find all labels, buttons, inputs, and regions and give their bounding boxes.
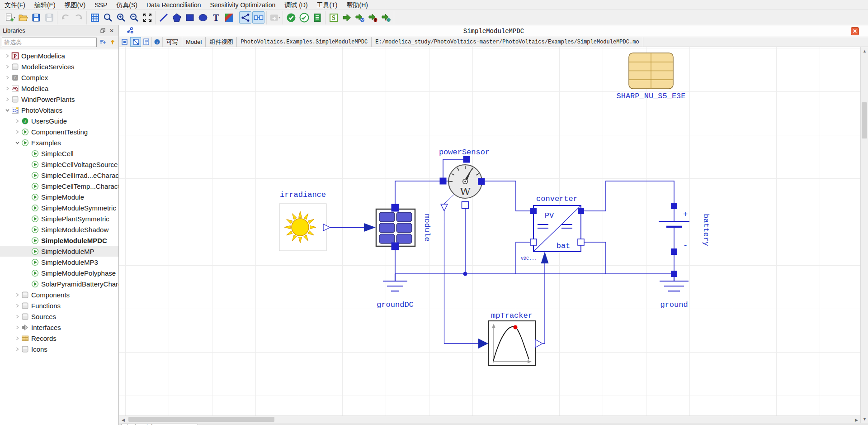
check-model-icon[interactable] [285, 11, 297, 24]
line-shape-icon[interactable] [157, 11, 170, 24]
writable-badge[interactable]: 可写 [163, 37, 182, 47]
chevron-right-icon[interactable] [4, 63, 11, 70]
sensor-power-output-connector[interactable] [441, 204, 448, 211]
ground[interactable] [660, 274, 689, 291]
sort-classes-icon[interactable] [99, 38, 107, 46]
chevron-right-icon[interactable] [4, 96, 11, 103]
dock-float-icon[interactable] [99, 27, 107, 35]
sidebar-item-simplemodulepolyphase[interactable]: SimpleModulePolyphase [0, 267, 118, 278]
converter-dc-p1-pin[interactable] [530, 208, 537, 214]
sidebar-item-simpleplantsymmetric[interactable]: SimplePlantSymmetric [0, 213, 118, 224]
vscroll-thumb[interactable] [862, 102, 867, 138]
module-data-record[interactable]: SHARP_NU_S5_E3E [616, 53, 685, 100]
instantiate-model-icon[interactable] [311, 11, 323, 24]
scroll-up-arrow[interactable]: ▲ [861, 47, 868, 55]
sidebar-item-simplemodulempdc[interactable]: SimpleModuleMPDC [0, 235, 118, 246]
sidebar-item-modelicaservices[interactable]: ModelicaServices [0, 61, 118, 72]
module-irradiance-input-connector[interactable] [364, 223, 376, 232]
menu-item-1[interactable]: 文件(F) [0, 0, 30, 10]
converter-dc-n2-pin[interactable] [578, 239, 584, 245]
connect-mode-icon[interactable] [239, 11, 251, 24]
chevron-right-icon[interactable] [14, 324, 21, 331]
sidebar-item-componenttesting[interactable]: ComponentTesting [0, 126, 118, 137]
sidebar-item-interfaces[interactable]: Interfaces [0, 322, 118, 333]
menu-item-5[interactable]: 仿真(S) [112, 0, 142, 10]
diagram-canvas[interactable]: SHARP_NU_S5_E3E irradiance [119, 47, 860, 415]
sensor-nc-pin[interactable] [478, 178, 485, 185]
simulate-animation-icon[interactable] [380, 11, 392, 24]
sensor-nv-pin[interactable] [462, 202, 469, 209]
sidebar-item-windpowerplants[interactable]: WindPowerPlants [0, 94, 118, 105]
chevron-right-icon[interactable] [14, 334, 21, 342]
chevron-right-icon[interactable] [14, 128, 21, 135]
diagram-view-button[interactable] [130, 37, 141, 47]
chevron-right-icon[interactable] [4, 74, 11, 81]
menu-item-2[interactable]: 编辑(E) [30, 0, 60, 10]
polygon-shape-icon[interactable] [170, 11, 183, 24]
dc-dc-converter[interactable]: PV bat vDC... converter [521, 195, 584, 263]
simulate-algorithmic-debugger-icon[interactable] [367, 11, 379, 24]
converter-dc-n1-pin[interactable] [530, 239, 537, 245]
show-grid-icon[interactable] [89, 11, 101, 24]
dropdown-caret-icon[interactable]: ▾ [14, 15, 15, 19]
sidebar-item-simplecell[interactable]: SimpleCell [0, 148, 118, 159]
sidebar-item-usersguide[interactable]: iUsersGuide [0, 115, 118, 126]
sidebar-item-simplemodulesymmetric[interactable]: SimpleModuleSymmetric [0, 202, 118, 213]
sensor-pv-pin[interactable] [463, 156, 470, 163]
text-view-button[interactable] [141, 37, 152, 47]
chevron-right-icon[interactable] [14, 117, 21, 124]
sidebar-item-solarpyramidbatterycharge[interactable]: SolarPyramidBatteryCharge [0, 278, 118, 289]
sidebar-item-records[interactable]: Records [0, 333, 118, 344]
menu-item-7[interactable]: Sensitivity Optimization [206, 0, 280, 10]
scroll-down-arrow[interactable]: ▼ [861, 415, 868, 423]
pv-module[interactable]: module [376, 204, 431, 250]
zoom-in-icon[interactable] [115, 11, 127, 24]
expand-collapse-icon[interactable] [108, 38, 117, 46]
converter-dc-p2-pin[interactable] [578, 208, 584, 214]
transition-mode-icon[interactable] [252, 11, 264, 24]
sidebar-item-simplemodulemp[interactable]: SimpleModuleMP [0, 246, 118, 257]
mp-tracker[interactable]: mpTracker [478, 311, 542, 365]
irradiance-source[interactable]: irradiance [279, 191, 330, 251]
module-positive-pin[interactable] [392, 204, 399, 212]
dropdown-caret-icon[interactable]: ▾ [278, 15, 280, 19]
sidebar-item-simplemoduleshadow[interactable]: SimpleModuleShadow [0, 224, 118, 235]
sidebar-item-simplecellvoltagesource[interactable]: SimpleCellVoltageSource [0, 159, 118, 170]
save-icon[interactable] [30, 11, 42, 24]
sidebar-item-icons[interactable]: Icons [0, 344, 118, 354]
sidebar-item-simplecelltemp-characteristic[interactable]: SimpleCellTemp...Characteristic [0, 181, 118, 191]
zoom-out-icon[interactable] [128, 11, 140, 24]
sidebar-item-sources[interactable]: Sources [0, 311, 118, 322]
zoom-icon[interactable] [102, 11, 114, 24]
sidebar-item-examples[interactable]: Examples [0, 137, 118, 148]
menu-item-4[interactable]: SSP [90, 0, 112, 10]
sidebar-item-openmodelica[interactable]: POpenModelica [0, 50, 118, 61]
check-all-models-icon[interactable] [298, 11, 310, 24]
hscroll-thumb[interactable] [128, 417, 274, 422]
new-model-icon[interactable]: ▾ [4, 11, 16, 24]
vertical-scrollbar[interactable]: ▲ ▼ [860, 47, 868, 423]
chevron-right-icon[interactable] [4, 52, 11, 59]
sidebar-item-complex[interactable]: CComplex [0, 72, 118, 83]
chevron-right-icon[interactable] [14, 302, 21, 309]
battery-negative-pin[interactable] [671, 248, 677, 255]
simulate-transformational-debugger-icon[interactable] [354, 11, 366, 24]
sensor-pc-pin[interactable] [440, 178, 447, 185]
rectangle-shape-icon[interactable] [184, 11, 196, 24]
sidebar-item-modelica[interactable]: Modelica [0, 83, 118, 94]
icon-view-button[interactable] [119, 37, 130, 47]
ground-dc[interactable] [383, 274, 407, 291]
tracker-vref-output-connector[interactable] [535, 339, 542, 348]
ellipse-shape-icon[interactable] [197, 11, 209, 24]
fit-to-diagram-icon[interactable] [141, 11, 153, 24]
converter-vref-input-connector[interactable] [541, 252, 549, 263]
filter-classes-input[interactable] [2, 38, 97, 47]
chevron-right-icon[interactable] [14, 313, 21, 320]
horizontal-scrollbar[interactable]: ◀ ▶ [119, 415, 860, 423]
chevron-right-icon[interactable] [4, 85, 11, 92]
open-file-icon[interactable] [17, 11, 29, 24]
chevron-right-icon[interactable] [14, 345, 21, 353]
text-shape-icon[interactable]: T [210, 11, 222, 24]
undo-icon[interactable] [59, 11, 71, 24]
battery[interactable]: + - battery [659, 203, 710, 277]
